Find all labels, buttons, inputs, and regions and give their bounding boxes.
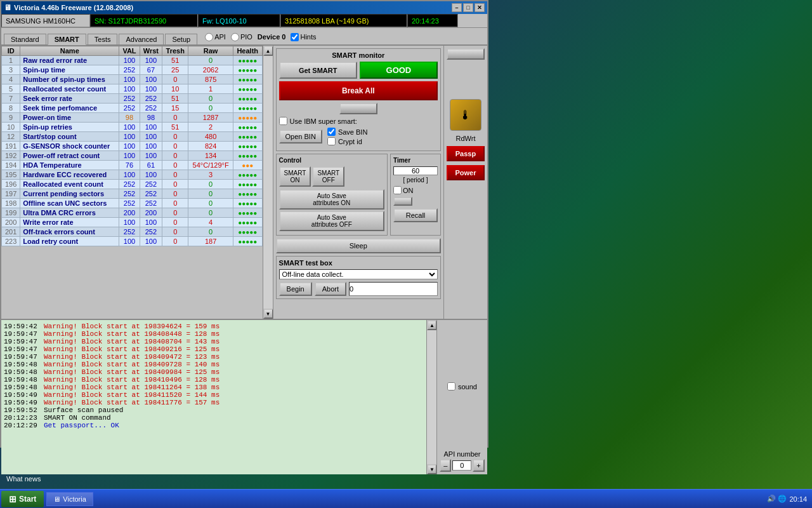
cell-id: 9 — [2, 113, 20, 123]
log-panel: 19:59:42Warning! Block start at 19839462… — [1, 320, 426, 474]
cell-wrst: 252 — [140, 189, 162, 199]
abort-button[interactable]: Abort — [315, 282, 346, 296]
cell-id: 195 — [2, 170, 20, 180]
title-bar-buttons: – □ ✕ — [452, 3, 485, 12]
cell-name: Number of spin-up times — [20, 75, 119, 84]
open-bin-button[interactable]: Open BIN — [279, 130, 322, 144]
col-wrst: Wrst — [140, 46, 162, 56]
api-value: 0 — [452, 460, 471, 471]
cell-val: 252 — [119, 180, 140, 189]
crypt-id-checkbox[interactable] — [327, 137, 336, 145]
tab-tests[interactable]: Tests — [88, 34, 118, 44]
smart-off-button[interactable]: SMARTOFF — [312, 166, 344, 187]
break-all-button[interactable]: Break All — [279, 81, 438, 100]
cell-val: 100 — [119, 151, 140, 161]
sleep-button[interactable]: Sleep — [276, 238, 441, 253]
cell-health: ●●●●● — [233, 123, 262, 132]
control-title: Control — [279, 157, 384, 164]
recall-button[interactable]: Recall — [393, 208, 438, 222]
api-minus-button[interactable]: – — [440, 459, 451, 472]
timer-input[interactable] — [393, 166, 438, 175]
use-ibm-checkbox[interactable] — [279, 117, 287, 125]
cell-tresh: 0 — [162, 161, 188, 170]
cell-health: ●●●●● — [233, 132, 262, 142]
cell-name: Raw read error rate — [20, 56, 119, 65]
minimize-button[interactable]: – — [452, 3, 462, 12]
log-message: Warning! Block start at 198411520 = 144 … — [44, 391, 219, 399]
col-id: ID — [2, 46, 20, 56]
maximize-button[interactable]: □ — [463, 3, 473, 12]
cell-tresh: 0 — [162, 113, 188, 123]
table-row: 192 Power-off retract count 100 100 0 13… — [2, 151, 263, 161]
log-message: Warning! Block start at 198394624 = 159 … — [44, 323, 219, 330]
cell-name: Start/stop count — [20, 132, 119, 142]
cell-id: 192 — [2, 151, 20, 161]
hints-label: Hints — [300, 33, 316, 41]
taskbar-victoria-item[interactable]: 🖥 Victoria — [46, 492, 93, 506]
api-plus-button[interactable]: + — [473, 459, 484, 472]
cell-tresh: 0 — [162, 75, 188, 84]
tab-bar: Standard SMART Tests Advanced Setup — [4, 29, 199, 44]
log-scroll-down[interactable]: ▼ — [427, 464, 437, 474]
scroll-down-btn[interactable]: ▼ — [263, 309, 273, 319]
good-button[interactable]: GOOD — [360, 62, 438, 79]
begin-button[interactable]: Begin — [279, 282, 312, 296]
cell-id: 4 — [2, 75, 20, 84]
use-ibm-row: Use IBM super smart: — [279, 117, 438, 125]
auto-save-on-button[interactable]: Auto Saveattributes ON — [279, 189, 384, 210]
table-row: 223 Load retry count 100 100 0 187 ●●●●● — [2, 237, 263, 246]
log-timestamp: 19:59:47 — [4, 338, 39, 345]
scroll-track[interactable] — [263, 56, 273, 309]
cell-raw: 187 — [188, 237, 233, 246]
table-row: 12 Start/stop count 100 100 0 480 ●●●●● — [2, 132, 263, 142]
passp-button[interactable]: Passp — [447, 146, 485, 161]
cell-name: Off-track errors count — [20, 227, 119, 237]
log-timestamp: 19:59:52 — [4, 406, 39, 414]
cell-wrst: 67 — [140, 65, 162, 75]
timer-title: Timer — [393, 157, 438, 164]
cell-val: 100 — [119, 132, 140, 142]
auto-save-off-button[interactable]: Auto Saveattributes OFF — [279, 211, 384, 231]
cell-health: ●●●●● — [233, 199, 262, 208]
smart-on-button[interactable]: SMARTON — [279, 166, 311, 187]
tab-standard[interactable]: Standard — [4, 34, 46, 44]
close-button[interactable]: ✕ — [475, 3, 485, 12]
tab-setup[interactable]: Setup — [165, 34, 197, 44]
log-scroll-track[interactable] — [427, 330, 436, 464]
sound-checkbox[interactable] — [447, 382, 455, 391]
windows-logo-icon: ⊞ — [9, 494, 16, 504]
log-scrollbar: ▲ ▼ — [426, 320, 436, 474]
cell-val: 252 — [119, 189, 140, 199]
scroll-up-btn[interactable]: ▲ — [263, 46, 273, 56]
log-scroll-up[interactable]: ▲ — [427, 320, 437, 330]
smart-test-box: SMART test box Off-line data collect. Be… — [276, 256, 441, 299]
log-container[interactable]: 19:59:42Warning! Block start at 19839462… — [4, 323, 424, 472]
cell-tresh: 0 — [162, 227, 188, 237]
log-timestamp: 19:59:48 — [4, 368, 39, 376]
cell-health: ●●●●● — [233, 180, 262, 189]
device-label: Device 0 — [258, 33, 286, 41]
tab-smart[interactable]: SMART — [48, 34, 86, 45]
tab-advanced[interactable]: Advanced — [119, 34, 164, 44]
start-button[interactable]: ⊞ Start — [1, 491, 44, 507]
test-progress-input[interactable] — [349, 282, 438, 296]
pio-radio[interactable]: PIO — [231, 33, 252, 41]
log-area: 19:59:42Warning! Block start at 19839462… — [1, 319, 487, 474]
cell-wrst: 100 — [140, 84, 162, 94]
on-checkbox[interactable] — [393, 186, 402, 194]
smart-monitor-title: SMART monitor — [279, 51, 438, 59]
api-radio[interactable]: API — [205, 33, 226, 41]
cell-tresh: 0 — [162, 189, 188, 199]
power-button[interactable]: Power — [447, 165, 485, 180]
control-box: Control SMARTON SMARTOFF Auto Saveattrib… — [276, 154, 388, 236]
cell-id: 7 — [2, 94, 20, 104]
log-timestamp: 19:59:47 — [4, 353, 39, 361]
test-select[interactable]: Off-line data collect. — [279, 269, 438, 279]
gray-bar-1 — [339, 103, 377, 114]
cell-health: ●●●●● — [233, 151, 262, 161]
get-smart-button[interactable]: Get SMART — [279, 62, 357, 79]
cell-health: ●●●●● — [233, 113, 262, 123]
table-row: 197 Current pending sectors 252 252 0 0 … — [2, 189, 263, 199]
save-bin-checkbox[interactable] — [327, 128, 336, 136]
hints-checkbox[interactable] — [291, 33, 299, 41]
